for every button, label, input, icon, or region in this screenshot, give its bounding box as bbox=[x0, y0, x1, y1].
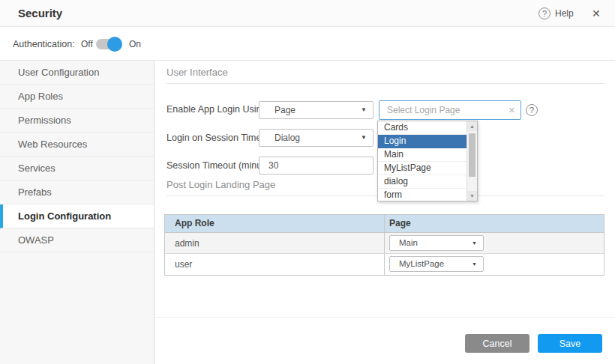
login-mode-select[interactable]: Page ▼ bbox=[259, 101, 374, 119]
dropdown-item-form[interactable]: form bbox=[378, 189, 467, 201]
authentication-bar: Authentication: Off On bbox=[0, 28, 615, 61]
scrollbar-thumb[interactable] bbox=[469, 133, 476, 177]
toggle-on-label: On bbox=[129, 28, 141, 61]
user-page-select[interactable]: MyListPage ▼ bbox=[389, 256, 484, 272]
chevron-down-icon: ▼ bbox=[472, 257, 477, 271]
dropdown-item-mylistpage[interactable]: MyListPage bbox=[378, 162, 467, 175]
section-divider bbox=[166, 83, 604, 84]
post-login-heading: Post Login Landing Page bbox=[166, 179, 275, 190]
app-role-cell: user bbox=[165, 254, 385, 275]
dropdown-item-cards[interactable]: Cards bbox=[378, 121, 467, 135]
sidebar-item-services[interactable]: Services bbox=[0, 157, 154, 181]
toggle-off-label: Off bbox=[81, 28, 93, 61]
help-icon[interactable]: ? bbox=[538, 7, 550, 19]
sidebar: User Configuration App Roles Permissions… bbox=[0, 61, 154, 364]
table-row: user MyListPage ▼ bbox=[165, 254, 604, 275]
session-timeout-minutes-input[interactable] bbox=[259, 157, 374, 175]
app-role-cell: admin bbox=[165, 233, 385, 253]
dropdown-item-main[interactable]: Main bbox=[378, 148, 467, 162]
sidebar-item-permissions[interactable]: Permissions bbox=[0, 109, 154, 133]
window-header: Security ? Help ✕ bbox=[0, 0, 615, 27]
column-header-app-role: App Role bbox=[165, 215, 385, 232]
clear-icon[interactable]: ✕ bbox=[508, 101, 515, 119]
login-mode-select-value: Page bbox=[260, 102, 373, 118]
landing-page-table: App Role Page admin Main ▼ user MyListPa… bbox=[164, 214, 604, 276]
login-page-input[interactable] bbox=[380, 101, 506, 119]
security-dialog: Security ? Help ✕ Authentication: Off On… bbox=[0, 0, 615, 364]
table-header-row: App Role Page bbox=[165, 215, 604, 233]
admin-page-select[interactable]: Main ▼ bbox=[389, 235, 484, 251]
column-header-page: Page bbox=[385, 215, 604, 232]
help-button[interactable]: Help bbox=[555, 0, 574, 27]
dropdown-item-dialog[interactable]: dialog bbox=[378, 175, 467, 189]
login-page-dropdown: Cards Login Main MyListPage dialog form … bbox=[377, 121, 478, 201]
sidebar-item-web-resources[interactable]: Web Resources bbox=[0, 133, 154, 157]
chevron-down-icon: ▼ bbox=[361, 130, 367, 146]
page-title: Security bbox=[18, 0, 62, 27]
authentication-label: Authentication: bbox=[13, 28, 75, 61]
user-page-select-value: MyListPage bbox=[390, 257, 483, 271]
chevron-down-icon: ▼ bbox=[472, 236, 477, 250]
chevron-down-icon: ▼ bbox=[361, 102, 367, 118]
scroll-up-icon[interactable]: ▲ bbox=[467, 121, 477, 131]
login-page-combobox: ✕ bbox=[379, 100, 521, 120]
sidebar-item-prefabs[interactable]: Prefabs bbox=[0, 181, 154, 204]
table-row: admin Main ▼ bbox=[165, 233, 604, 254]
dropdown-item-login[interactable]: Login bbox=[378, 135, 467, 148]
cancel-button[interactable]: Cancel bbox=[465, 334, 530, 353]
sidebar-item-user-configuration[interactable]: User Configuration bbox=[0, 61, 154, 85]
field-help-icon[interactable]: ? bbox=[526, 104, 538, 116]
enable-app-login-label: Enable App Login Using: bbox=[166, 100, 269, 118]
session-timeout-login-select[interactable]: Dialog ▼ bbox=[259, 129, 374, 147]
dropdown-scrollbar[interactable]: ▲ ▼ bbox=[466, 121, 477, 201]
sidebar-item-login-configuration[interactable]: Login Configuration bbox=[0, 204, 154, 228]
user-interface-heading: User Interface bbox=[166, 67, 228, 78]
admin-page-select-value: Main bbox=[390, 236, 483, 250]
authentication-toggle[interactable] bbox=[96, 37, 123, 52]
close-icon[interactable]: ✕ bbox=[592, 0, 601, 27]
footer-divider bbox=[154, 317, 615, 318]
scroll-down-icon[interactable]: ▼ bbox=[467, 191, 477, 201]
session-timeout-login-select-value: Dialog bbox=[260, 130, 373, 146]
toggle-knob-icon bbox=[107, 37, 122, 52]
sidebar-item-owasp[interactable]: OWASP bbox=[0, 228, 154, 252]
save-button[interactable]: Save bbox=[538, 334, 602, 353]
sidebar-item-app-roles[interactable]: App Roles bbox=[0, 85, 154, 109]
